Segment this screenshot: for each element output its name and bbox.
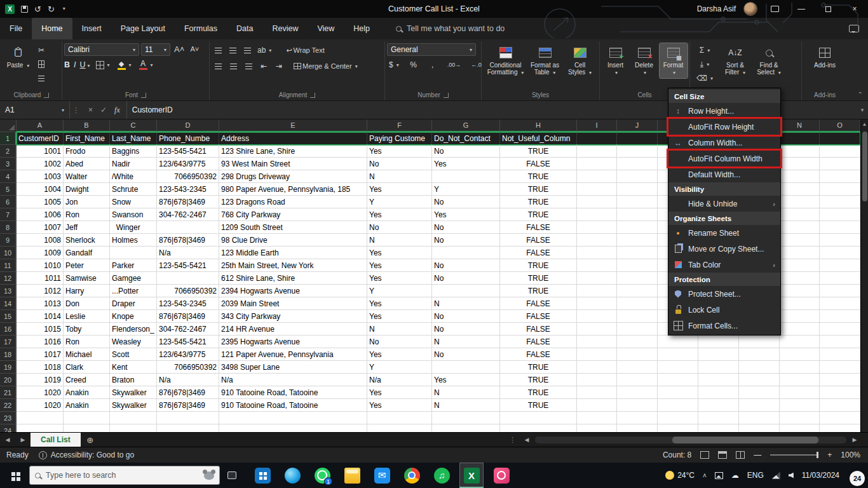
align-bottom-icon[interactable] [241, 44, 254, 56]
cell-F13[interactable]: Y [367, 285, 432, 297]
cell-C7[interactable]: Swanson [110, 208, 157, 221]
cell-B8[interactable]: Jeff [64, 221, 110, 234]
row-header-5[interactable]: 5 [0, 183, 17, 196]
cell-J24[interactable] [617, 424, 658, 432]
cell-A12[interactable]: 1011 [17, 272, 64, 285]
cell-F19[interactable]: Y [367, 361, 432, 374]
collapse-ribbon-icon[interactable]: ⌃ [858, 91, 863, 98]
cell-G10[interactable] [432, 247, 500, 259]
cell-O18[interactable] [820, 348, 860, 361]
cell-D22[interactable]: 876|678|3469 [157, 399, 219, 412]
row-header-24[interactable]: 24 [0, 424, 17, 432]
cell-I23[interactable] [577, 412, 617, 424]
cell-A6[interactable]: 1005 [17, 196, 64, 208]
cell-O22[interactable] [820, 399, 860, 412]
cell-J4[interactable] [617, 170, 658, 183]
scroll-up-icon[interactable]: ▲ [862, 119, 867, 129]
cell-B20[interactable]: Creed [64, 374, 110, 386]
name-box[interactable]: A1▾ [0, 101, 70, 119]
zoom-out-icon[interactable]: — [754, 451, 761, 459]
cell-O23[interactable] [820, 412, 860, 424]
cell-C4[interactable]: /White [110, 170, 157, 183]
tab-formulas[interactable]: Formulas [175, 18, 227, 39]
cell-G12[interactable]: No [432, 272, 500, 285]
cell-G3[interactable]: Yes [432, 158, 500, 170]
increase-decimal-icon[interactable]: .00→ [445, 59, 463, 71]
horizontal-scroll-thumb[interactable] [672, 437, 818, 444]
menu-item-row-height[interactable]: Row Height... [668, 103, 780, 119]
row-header-8[interactable]: 8 [0, 221, 17, 234]
row-header-18[interactable]: 18 [0, 348, 17, 361]
cell-H19[interactable]: TRUE [500, 361, 577, 374]
cell-O13[interactable] [820, 285, 860, 297]
cell-I3[interactable] [577, 158, 617, 170]
cell-N6[interactable] [780, 196, 820, 208]
cell-D4[interactable]: 7066950392 [157, 170, 219, 183]
cell-N21[interactable] [780, 386, 820, 399]
cell-H7[interactable]: TRUE [500, 208, 577, 221]
tab-view[interactable]: View [308, 18, 344, 39]
cell-F9[interactable]: N [367, 234, 432, 247]
cell-M17[interactable] [739, 336, 780, 348]
cell-A13[interactable]: 1012 [17, 285, 64, 297]
undo-icon[interactable]: ↺ [34, 5, 41, 13]
cell-A21[interactable]: 1020 [17, 386, 64, 399]
cell-O8[interactable] [820, 221, 860, 234]
cell-E23[interactable] [219, 412, 367, 424]
row-header-15[interactable]: 15 [0, 310, 17, 323]
cell-D10[interactable]: N/a [157, 247, 219, 259]
cell-A11[interactable]: 1010 [17, 259, 64, 272]
cell-M18[interactable] [739, 348, 780, 361]
cell-O24[interactable] [820, 424, 860, 432]
cell-J7[interactable] [617, 208, 658, 221]
cell-F16[interactable]: N [367, 323, 432, 336]
fill-color-button[interactable]: ◆▾ [116, 59, 133, 71]
cell-O21[interactable] [820, 386, 860, 399]
cell-C17[interactable]: Weasley [110, 336, 157, 348]
row-header-13[interactable]: 13 [0, 285, 17, 297]
italic-button[interactable]: I [74, 61, 76, 69]
cell-O16[interactable] [820, 323, 860, 336]
cell-H22[interactable]: TRUE [500, 399, 577, 412]
cell-D19[interactable]: 7066950392 [157, 361, 219, 374]
cell-N11[interactable] [780, 259, 820, 272]
taskbar-app-explorer[interactable] [340, 463, 364, 488]
cell-F7[interactable]: Yes [367, 208, 432, 221]
row-header-9[interactable]: 9 [0, 234, 17, 247]
cell-D1[interactable]: Phone_Numbe [157, 132, 219, 145]
cell-O11[interactable] [820, 259, 860, 272]
cell-A16[interactable]: 1015 [17, 323, 64, 336]
cell-B3[interactable]: Abed [64, 158, 110, 170]
cell-K17[interactable] [658, 336, 698, 348]
cell-J14[interactable] [617, 297, 658, 310]
cell-O1[interactable] [820, 132, 860, 145]
row-header-14[interactable]: 14 [0, 297, 17, 310]
cell-K18[interactable] [658, 348, 698, 361]
column-header-I[interactable]: I [577, 119, 617, 132]
hscroll-left-icon[interactable]: ◀ [522, 437, 531, 443]
grow-font-icon[interactable]: A˄ [172, 43, 186, 55]
font-name-select[interactable]: Calibri▾ [64, 43, 139, 56]
volume-icon[interactable] [789, 473, 794, 478]
cell-D13[interactable]: 7066950392 [157, 285, 219, 297]
cell-C15[interactable]: Knope [110, 310, 157, 323]
cell-C12[interactable]: Gamgee [110, 272, 157, 285]
cell-G8[interactable]: No [432, 221, 500, 234]
cell-F18[interactable]: Yes [367, 348, 432, 361]
task-view-button[interactable] [220, 463, 244, 488]
cell-D21[interactable]: 876|678|3469 [157, 386, 219, 399]
borders-button[interactable]: ▾ [94, 59, 112, 71]
cell-J13[interactable] [617, 285, 658, 297]
cell-H1[interactable]: Not_Useful_Column [500, 132, 577, 145]
cell-E21[interactable]: 910 Tatooine Road, Tatooine [219, 386, 367, 399]
row-header-23[interactable]: 23 [0, 412, 17, 424]
cell-O5[interactable] [820, 183, 860, 196]
cell-G7[interactable]: Yes [432, 208, 500, 221]
cell-E19[interactable]: 3498 Super Lane [219, 361, 367, 374]
cell-G15[interactable]: No [432, 310, 500, 323]
cell-E11[interactable]: 25th Main Street, New York [219, 259, 367, 272]
cell-E18[interactable]: 121 Paper Avenue, Pennsylvania [219, 348, 367, 361]
cell-C2[interactable]: Baggins [110, 145, 157, 158]
cell-F1[interactable]: Paying Custome [367, 132, 432, 145]
cell-H8[interactable]: FALSE [500, 221, 577, 234]
